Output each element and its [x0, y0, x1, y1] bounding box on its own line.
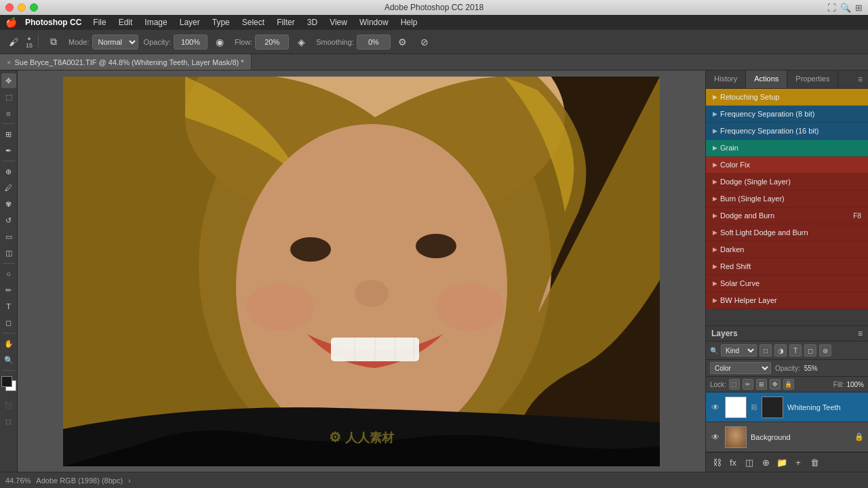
tab-history[interactable]: History [706, 70, 746, 88]
menu-window[interactable]: Window [355, 16, 393, 28]
action-item-10[interactable]: ▶ Red Shift [706, 258, 868, 275]
zoom-tool[interactable]: 🔍 [1, 352, 16, 367]
dodge-burn-tool[interactable]: ○ [1, 266, 16, 281]
layer-row-background[interactable]: 👁 Background 🔒 [706, 422, 868, 452]
brush-tool-button[interactable]: 🖌 [4, 33, 23, 52]
minimize-button[interactable] [18, 3, 26, 12]
eraser-tool[interactable]: ▭ [1, 229, 16, 244]
maximize-button[interactable] [30, 3, 38, 12]
erase-btn[interactable]: ⊘ [415, 33, 434, 52]
layer-name-whitening: Whitening Teeth [787, 403, 864, 411]
crop-tool[interactable]: ⊞ [1, 127, 16, 142]
action-item-7[interactable]: ▶ Dodge and Burn F8 [706, 207, 868, 224]
filter-kind-select[interactable]: Kind Name Effect [721, 344, 757, 357]
move-tool[interactable]: ✥ [1, 73, 16, 88]
menu-edit[interactable]: Edit [114, 16, 138, 28]
menu-layer[interactable]: Layer [175, 16, 205, 28]
brush-tool[interactable]: 🖊 [1, 180, 16, 195]
menu-image[interactable]: Image [140, 16, 172, 28]
add-adjustment-btn[interactable]: ⊕ [759, 455, 772, 469]
delete-layer-btn[interactable]: 🗑 [808, 455, 821, 469]
pen-tool[interactable]: ✏ [1, 283, 16, 298]
settings-btn[interactable]: ⚙ [393, 33, 412, 52]
foreground-color[interactable] [1, 376, 12, 387]
tab-actions[interactable]: Actions [746, 70, 787, 88]
add-mask-btn[interactable]: ◫ [743, 455, 756, 469]
smoothing-input[interactable] [357, 35, 391, 49]
action-item-3[interactable]: ▶ Grain [706, 140, 868, 157]
action-item-0[interactable]: ▶ Retouching Setup [706, 89, 868, 106]
menu-file[interactable]: File [88, 16, 111, 28]
history-brush-tool[interactable]: ↺ [1, 213, 16, 228]
doc-tab[interactable]: × Sue Bryce_T8A0021.TIF @ 44.8% (Whiteni… [0, 54, 252, 70]
action-name: ▶ Grain [713, 144, 738, 152]
filter-adj-btn[interactable]: ◑ [774, 344, 787, 357]
add-group-btn[interactable]: 📁 [775, 455, 789, 469]
layers-menu-btn[interactable]: ≡ [858, 329, 863, 338]
link-layers-btn[interactable]: ⛓ [710, 455, 724, 469]
add-layer-btn[interactable]: + [791, 455, 805, 469]
action-item-12[interactable]: ▶ BW Helper Layer [706, 292, 868, 309]
action-shortcut: F8 [853, 212, 861, 220]
panel-menu-btn[interactable]: ≡ [852, 70, 868, 88]
canvas-area[interactable]: ⚙ 人人素材 [18, 70, 705, 472]
fg-bg-colors[interactable] [1, 376, 16, 391]
status-arrow[interactable]: › [128, 476, 131, 485]
hand-tool[interactable]: ✋ [1, 336, 16, 351]
action-item-1[interactable]: ▶ Frequency Separation (8 bit) [706, 106, 868, 123]
filter-pixel-btn[interactable]: □ [760, 344, 772, 357]
layer-visibility-background[interactable]: 👁 [710, 432, 721, 443]
search-icon[interactable]: 🔍 [840, 3, 851, 13]
action-item-5[interactable]: ▶ Dodge (Single Layer) [706, 174, 868, 190]
layer-visibility-whitening[interactable]: 👁 [710, 402, 721, 413]
spot-heal-tool[interactable]: ⊕ [1, 164, 16, 179]
action-item-6[interactable]: ▶ Burn (Single Layer) [706, 190, 868, 207]
fullscreen-icon[interactable]: ⛶ [827, 3, 836, 13]
lasso-tool[interactable]: ⌾ [1, 106, 16, 121]
lock-all-btn[interactable]: 🔒 [783, 379, 794, 390]
menu-help[interactable]: Help [396, 16, 422, 28]
action-item-9[interactable]: ▶ Darken [706, 241, 868, 258]
add-style-btn[interactable]: fx [726, 455, 740, 469]
flow-input[interactable] [255, 35, 289, 49]
menu-filter[interactable]: Filter [272, 16, 300, 28]
airbrush-btn[interactable]: ◉ [210, 33, 229, 52]
shape-tool[interactable]: ◻ [1, 315, 16, 330]
action-item-11[interactable]: ▶ Solar Curve [706, 275, 868, 292]
filter-shape-btn[interactable]: ◻ [804, 344, 816, 357]
mode-select[interactable]: Normal Multiply Screen Overlay [92, 35, 138, 49]
menu-type[interactable]: Type [208, 16, 235, 28]
smoothing-btn[interactable]: ◈ [292, 33, 311, 52]
action-item-4[interactable]: ▶ Color Fix [706, 157, 868, 174]
screen-mode-btn[interactable]: ⬚ [1, 414, 16, 429]
layers-bottom-toolbar: ⛓ fx ◫ ⊕ 📁 + 🗑 [706, 452, 868, 472]
filter-smart-btn[interactable]: ⊛ [819, 344, 831, 357]
lock-artboard-btn[interactable]: ⊞ [756, 379, 767, 390]
menu-view[interactable]: View [325, 16, 352, 28]
menu-3d[interactable]: 3D [302, 16, 322, 28]
selection-tool[interactable]: ⬚ [1, 89, 16, 104]
tab-properties[interactable]: Properties [787, 70, 838, 88]
action-item-2[interactable]: ▶ Frequency Separation (16 bit) [706, 123, 868, 140]
menu-select[interactable]: Select [237, 16, 269, 28]
layer-row-whitening[interactable]: 👁 ⛓ Whitening Teeth [706, 392, 868, 422]
opacity-value[interactable]: 55% [804, 365, 818, 372]
doc-tab-close[interactable]: × [7, 58, 11, 66]
quick-mask-btn[interactable]: ⬛ [1, 398, 16, 413]
filter-type-btn[interactable]: T [789, 344, 802, 357]
lock-transparent-btn[interactable]: ⬚ [729, 379, 740, 390]
action-item-8[interactable]: ▶ Soft Light Dodge and Burn [706, 224, 868, 241]
opacity-input[interactable] [174, 35, 208, 49]
lock-image-btn[interactable]: ✏ [743, 379, 753, 390]
share-icon[interactable]: ⊞ [855, 3, 863, 13]
clone-tool[interactable]: ✾ [1, 197, 16, 211]
lock-position-btn[interactable]: ✥ [770, 379, 781, 390]
fill-value[interactable]: 100% [846, 381, 864, 388]
blend-mode-select[interactable]: Color Normal Multiply Screen Overlay Sof… [710, 362, 771, 374]
eyedropper-tool[interactable]: ✒ [1, 143, 16, 158]
gradient-tool[interactable]: ◫ [1, 245, 16, 260]
close-button[interactable] [5, 3, 14, 12]
layer-mask-whitening[interactable] [762, 396, 783, 418]
type-tool[interactable]: T [1, 299, 16, 314]
toggle-btn-1[interactable]: ⧉ [44, 33, 63, 52]
